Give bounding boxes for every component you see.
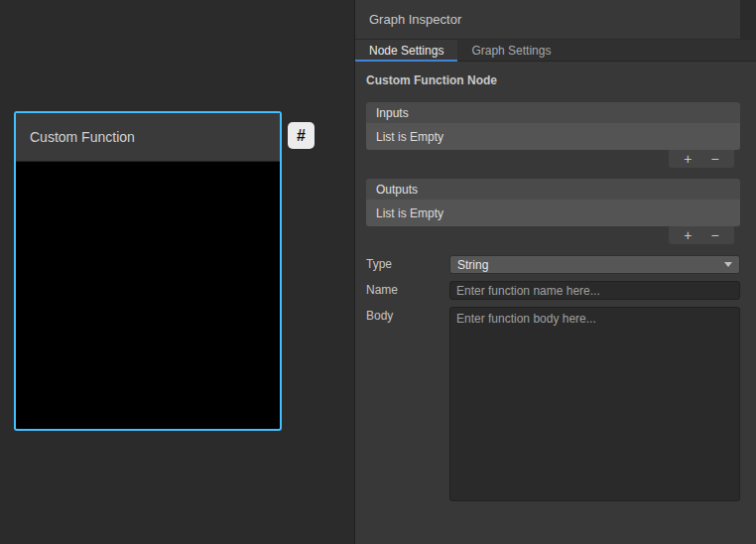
- outputs-list-footer: + −: [669, 226, 734, 244]
- inspector-content: Custom Function Node Inputs List is Empt…: [355, 62, 756, 501]
- outputs-add-button[interactable]: +: [680, 228, 695, 242]
- inspector-tab-bar: Node Settings Graph Settings: [355, 40, 756, 62]
- inputs-list-header-label: Inputs: [376, 106, 409, 120]
- chevron-down-icon: [724, 262, 732, 267]
- inputs-list: Inputs List is Empty + −: [366, 102, 740, 168]
- outputs-list-header-label: Outputs: [376, 183, 418, 197]
- outputs-list-header: Outputs: [366, 179, 740, 200]
- function-body-textarea[interactable]: [449, 307, 740, 501]
- outputs-list-empty-row: List is Empty: [366, 200, 740, 226]
- inputs-remove-button[interactable]: −: [707, 152, 723, 166]
- tab-graph-settings-label: Graph Settings: [471, 44, 551, 58]
- body-field-row: Body: [366, 307, 740, 501]
- node-hash-badge[interactable]: #: [288, 122, 315, 149]
- outputs-list: Outputs List is Empty + −: [366, 179, 740, 244]
- section-title: Custom Function Node: [366, 73, 740, 87]
- hash-icon: #: [297, 127, 306, 145]
- node-header[interactable]: Custom Function: [16, 113, 280, 162]
- outputs-empty-label: List is Empty: [376, 206, 443, 220]
- inputs-list-empty-row: List is Empty: [366, 123, 740, 150]
- name-label: Name: [366, 281, 449, 300]
- type-dropdown-value: String: [457, 258, 488, 272]
- inputs-list-footer: + −: [669, 150, 734, 168]
- type-label: Type: [366, 255, 449, 274]
- inspector-header: Graph Inspector: [355, 0, 756, 40]
- node-title: Custom Function: [30, 129, 135, 145]
- function-name-input[interactable]: [449, 281, 740, 300]
- outputs-remove-button[interactable]: −: [707, 228, 723, 242]
- name-field-row: Name: [366, 281, 740, 300]
- inputs-add-button[interactable]: +: [680, 152, 695, 166]
- scrollbar-track[interactable]: [740, 0, 756, 40]
- tab-node-settings-label: Node Settings: [369, 44, 443, 58]
- inputs-list-header: Inputs: [366, 102, 740, 123]
- type-field-row: Type String: [366, 255, 740, 274]
- panel-title: Graph Inspector: [369, 12, 461, 27]
- tab-node-settings[interactable]: Node Settings: [355, 40, 457, 61]
- custom-function-node[interactable]: Custom Function: [14, 111, 282, 431]
- body-label: Body: [366, 307, 449, 326]
- inputs-empty-label: List is Empty: [376, 130, 443, 144]
- graph-inspector-panel: Graph Inspector Node Settings Graph Sett…: [354, 0, 756, 544]
- tab-graph-settings[interactable]: Graph Settings: [457, 40, 565, 61]
- type-dropdown[interactable]: String: [449, 255, 740, 274]
